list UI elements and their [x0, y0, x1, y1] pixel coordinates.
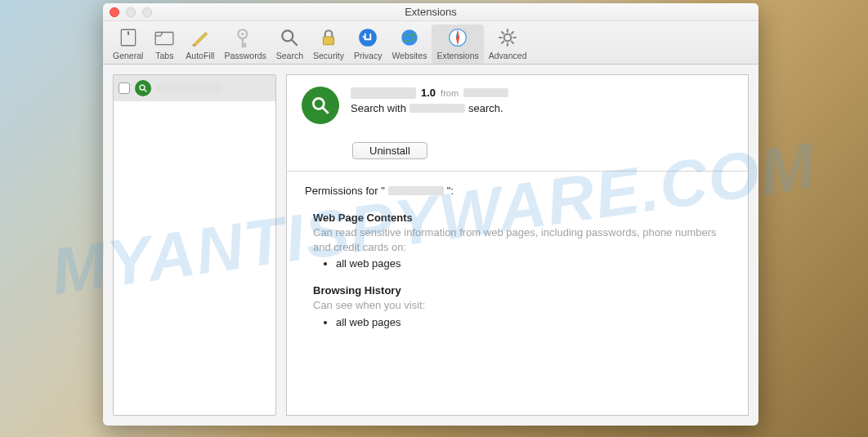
search-icon — [278, 26, 301, 49]
tab-label: AutoFill — [186, 51, 214, 60]
tab-security[interactable]: Security — [308, 25, 349, 64]
tab-passwords[interactable]: Passwords — [219, 25, 271, 64]
extension-name-redacted — [351, 87, 416, 99]
tabs-icon — [153, 26, 176, 49]
tab-label: Websites — [391, 51, 427, 60]
svg-rect-1 — [128, 31, 129, 34]
tab-label: Search — [276, 51, 303, 60]
tab-privacy[interactable]: Privacy — [349, 25, 387, 64]
publisher-redacted — [463, 88, 508, 97]
permissions-heading-prefix: Permissions for " — [305, 185, 385, 197]
titlebar: Extensions — [103, 3, 758, 21]
general-icon — [117, 26, 140, 49]
tab-websites[interactable]: Websites — [387, 25, 432, 64]
svg-point-5 — [283, 30, 293, 41]
autofill-icon — [189, 26, 212, 49]
extension-list-item[interactable] — [114, 75, 275, 101]
compass-icon — [446, 26, 469, 49]
window-title: Extensions — [103, 6, 758, 18]
tab-label: Security — [313, 51, 344, 60]
hand-icon — [356, 26, 379, 49]
tab-label: Passwords — [224, 51, 266, 60]
tab-label: General — [113, 51, 143, 60]
tab-autofill[interactable]: AutoFill — [181, 25, 219, 64]
tab-label: Privacy — [354, 51, 382, 60]
permissions-body: Permissions for " ": Web Page Contents C… — [287, 172, 748, 356]
permission-item: all web pages — [336, 316, 730, 328]
permission-section-description: Can read sensitive information from web … — [313, 225, 730, 254]
preferences-window: Extensions General Tabs AutoFill Passwor… — [103, 3, 758, 426]
extension-enable-checkbox[interactable] — [119, 82, 130, 94]
extensions-sidebar — [113, 74, 276, 416]
tab-general[interactable]: General — [108, 25, 148, 64]
extension-name-redacted — [156, 83, 221, 93]
tab-label: Advanced — [489, 51, 527, 60]
lock-icon — [317, 26, 340, 49]
content-area: 1.0 from Search with search. Uninstall — [103, 65, 758, 426]
tab-advanced[interactable]: Advanced — [484, 25, 532, 64]
globe-icon — [398, 26, 421, 49]
tab-label: Tabs — [155, 51, 173, 60]
permission-section-title: Browsing History — [313, 284, 730, 297]
permissions-name-redacted — [388, 186, 444, 195]
description-prefix: Search with — [351, 102, 406, 114]
svg-point-13 — [313, 98, 324, 109]
uninstall-button[interactable]: Uninstall — [352, 142, 427, 159]
extension-icon-large — [302, 87, 339, 124]
tab-label: Extensions — [436, 51, 478, 60]
tab-extensions[interactable]: Extensions — [432, 25, 483, 64]
extension-icon — [135, 80, 151, 96]
from-label: from — [441, 88, 459, 98]
detail-header: 1.0 from Search with search. Uninstall — [287, 75, 748, 172]
svg-point-7 — [359, 29, 377, 47]
description-suffix: search. — [468, 102, 503, 114]
description-name-redacted — [409, 104, 465, 113]
tab-tabs[interactable]: Tabs — [148, 25, 181, 64]
key-icon — [234, 26, 257, 49]
permission-section-title: Web Page Contents — [313, 212, 730, 224]
tab-search[interactable]: Search — [271, 25, 308, 64]
svg-point-11 — [504, 34, 512, 42]
extension-version: 1.0 — [421, 87, 436, 99]
permission-section-description: Can see when you visit: — [313, 298, 730, 313]
permission-item: all web pages — [336, 257, 730, 270]
svg-point-12 — [140, 85, 145, 90]
gear-icon — [496, 26, 519, 49]
permissions-heading-suffix: ": — [447, 185, 454, 197]
svg-point-4 — [241, 33, 244, 35]
svg-point-8 — [401, 29, 418, 46]
preferences-toolbar: General Tabs AutoFill Passwords Search — [103, 21, 758, 65]
svg-rect-6 — [323, 37, 333, 45]
svg-rect-2 — [156, 33, 174, 45]
extension-detail-panel: 1.0 from Search with search. Uninstall — [286, 74, 749, 416]
